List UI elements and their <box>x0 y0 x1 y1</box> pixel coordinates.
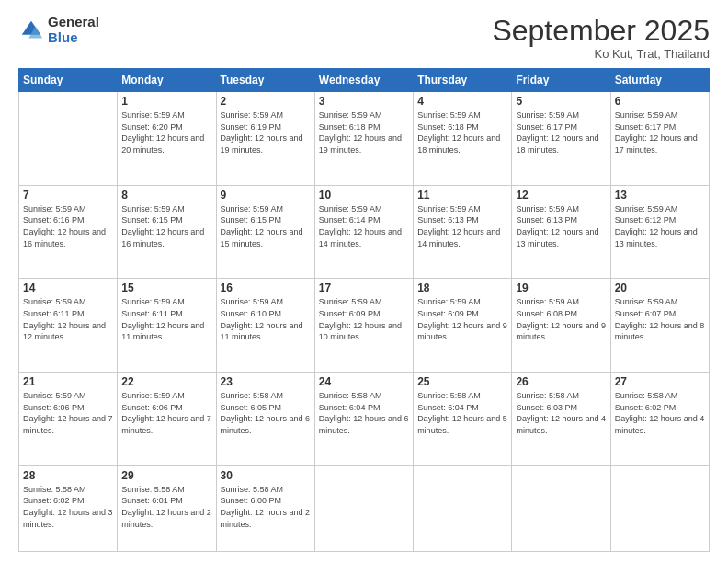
day-number: 7 <box>23 189 113 201</box>
calendar-day-cell: 28Sunrise: 5:58 AM Sunset: 6:02 PM Dayli… <box>19 465 118 551</box>
calendar-day-cell: 26Sunrise: 5:58 AM Sunset: 6:03 PM Dayli… <box>512 373 610 466</box>
day-number: 6 <box>615 95 705 108</box>
calendar-day-cell: 16Sunrise: 5:59 AM Sunset: 6:10 PM Dayli… <box>216 279 314 373</box>
calendar-day-cell: 1Sunrise: 5:59 AM Sunset: 6:20 PM Daylig… <box>118 92 216 186</box>
logo: General Blue <box>18 15 99 45</box>
calendar-week-row: 7Sunrise: 5:59 AM Sunset: 6:16 PM Daylig… <box>19 185 710 279</box>
weekday-header-row: Sunday Monday Tuesday Wednesday Thursday… <box>19 69 710 92</box>
header-wednesday: Wednesday <box>314 69 413 92</box>
calendar-week-row: 28Sunrise: 5:58 AM Sunset: 6:02 PM Dayli… <box>19 465 710 551</box>
header-monday: Monday <box>118 69 216 92</box>
calendar-day-cell: 2Sunrise: 5:59 AM Sunset: 6:19 PM Daylig… <box>216 92 314 186</box>
day-number: 18 <box>417 282 507 294</box>
day-number: 29 <box>121 469 211 482</box>
calendar-day-cell: 27Sunrise: 5:58 AM Sunset: 6:02 PM Dayli… <box>610 373 709 466</box>
calendar-day-cell: 15Sunrise: 5:59 AM Sunset: 6:11 PM Dayli… <box>118 279 216 373</box>
calendar-day-cell: 4Sunrise: 5:59 AM Sunset: 6:18 PM Daylig… <box>414 92 512 186</box>
day-info: Sunrise: 5:59 AM Sunset: 6:16 PM Dayligh… <box>23 203 113 249</box>
page: General Blue September 2025 Ko Kut, Trat… <box>0 0 728 563</box>
calendar-day-cell: 24Sunrise: 5:58 AM Sunset: 6:04 PM Dayli… <box>314 373 413 466</box>
calendar-day-cell: 17Sunrise: 5:59 AM Sunset: 6:09 PM Dayli… <box>314 279 413 373</box>
day-info: Sunrise: 5:59 AM Sunset: 6:20 PM Dayligh… <box>121 109 211 155</box>
calendar-day-cell <box>610 465 709 551</box>
logo-blue-text: Blue <box>48 30 99 46</box>
calendar-day-cell: 21Sunrise: 5:59 AM Sunset: 6:06 PM Dayli… <box>19 373 118 466</box>
calendar-table: Sunday Monday Tuesday Wednesday Thursday… <box>18 68 710 552</box>
day-number: 9 <box>221 189 311 201</box>
title-area: September 2025 Ko Kut, Trat, Thailand <box>492 15 710 61</box>
day-info: Sunrise: 5:59 AM Sunset: 6:13 PM Dayligh… <box>516 203 606 249</box>
calendar-day-cell: 30Sunrise: 5:58 AM Sunset: 6:00 PM Dayli… <box>216 465 314 551</box>
day-number: 21 <box>23 375 113 388</box>
day-info: Sunrise: 5:58 AM Sunset: 6:02 PM Dayligh… <box>615 390 705 436</box>
calendar-day-cell <box>512 465 610 551</box>
day-info: Sunrise: 5:59 AM Sunset: 6:09 PM Dayligh… <box>417 296 507 342</box>
day-number: 30 <box>221 469 311 482</box>
day-number: 23 <box>221 375 311 388</box>
logo-general-text: General <box>48 15 99 30</box>
day-number: 3 <box>319 95 409 108</box>
day-number: 25 <box>417 375 507 388</box>
calendar-week-row: 14Sunrise: 5:59 AM Sunset: 6:11 PM Dayli… <box>19 279 710 373</box>
calendar-day-cell <box>414 465 512 551</box>
calendar-day-cell: 29Sunrise: 5:58 AM Sunset: 6:01 PM Dayli… <box>118 465 216 551</box>
day-info: Sunrise: 5:59 AM Sunset: 6:17 PM Dayligh… <box>516 109 606 155</box>
month-title: September 2025 <box>492 15 710 47</box>
header-friday: Friday <box>512 69 610 92</box>
day-info: Sunrise: 5:59 AM Sunset: 6:07 PM Dayligh… <box>615 296 705 342</box>
day-info: Sunrise: 5:59 AM Sunset: 6:06 PM Dayligh… <box>23 390 113 436</box>
day-info: Sunrise: 5:59 AM Sunset: 6:15 PM Dayligh… <box>121 203 211 249</box>
day-number: 12 <box>516 189 606 201</box>
day-info: Sunrise: 5:59 AM Sunset: 6:06 PM Dayligh… <box>121 390 211 436</box>
day-info: Sunrise: 5:58 AM Sunset: 6:04 PM Dayligh… <box>319 390 409 436</box>
calendar-day-cell: 22Sunrise: 5:59 AM Sunset: 6:06 PM Dayli… <box>118 373 216 466</box>
day-number: 17 <box>319 282 409 294</box>
calendar-day-cell: 3Sunrise: 5:59 AM Sunset: 6:18 PM Daylig… <box>314 92 413 186</box>
header-saturday: Saturday <box>610 69 709 92</box>
day-number: 15 <box>121 282 211 294</box>
day-number: 10 <box>319 189 409 201</box>
day-info: Sunrise: 5:59 AM Sunset: 6:19 PM Dayligh… <box>221 109 311 155</box>
calendar-day-cell: 13Sunrise: 5:59 AM Sunset: 6:12 PM Dayli… <box>610 185 709 279</box>
day-number: 13 <box>615 189 705 201</box>
header-tuesday: Tuesday <box>216 69 314 92</box>
calendar-week-row: 1Sunrise: 5:59 AM Sunset: 6:20 PM Daylig… <box>19 92 710 186</box>
day-number: 14 <box>23 282 113 294</box>
calendar-day-cell: 5Sunrise: 5:59 AM Sunset: 6:17 PM Daylig… <box>512 92 610 186</box>
day-info: Sunrise: 5:59 AM Sunset: 6:15 PM Dayligh… <box>221 203 311 249</box>
day-number: 27 <box>615 375 705 388</box>
day-info: Sunrise: 5:58 AM Sunset: 6:00 PM Dayligh… <box>221 484 311 530</box>
calendar-day-cell: 8Sunrise: 5:59 AM Sunset: 6:15 PM Daylig… <box>118 185 216 279</box>
calendar-day-cell: 25Sunrise: 5:58 AM Sunset: 6:04 PM Dayli… <box>414 373 512 466</box>
calendar-day-cell: 9Sunrise: 5:59 AM Sunset: 6:15 PM Daylig… <box>216 185 314 279</box>
day-number: 22 <box>121 375 211 388</box>
day-number: 4 <box>417 95 507 108</box>
day-info: Sunrise: 5:58 AM Sunset: 6:03 PM Dayligh… <box>516 390 606 436</box>
day-number: 28 <box>23 469 113 482</box>
calendar-day-cell: 11Sunrise: 5:59 AM Sunset: 6:13 PM Dayli… <box>414 185 512 279</box>
day-info: Sunrise: 5:59 AM Sunset: 6:12 PM Dayligh… <box>615 203 705 249</box>
day-number: 8 <box>121 189 211 201</box>
calendar-day-cell: 20Sunrise: 5:59 AM Sunset: 6:07 PM Dayli… <box>610 279 709 373</box>
day-number: 16 <box>221 282 311 294</box>
logo-icon <box>18 17 44 43</box>
day-info: Sunrise: 5:58 AM Sunset: 6:05 PM Dayligh… <box>221 390 311 436</box>
day-number: 19 <box>516 282 606 294</box>
day-info: Sunrise: 5:59 AM Sunset: 6:13 PM Dayligh… <box>417 203 507 249</box>
day-info: Sunrise: 5:58 AM Sunset: 6:02 PM Dayligh… <box>23 484 113 530</box>
calendar-day-cell: 7Sunrise: 5:59 AM Sunset: 6:16 PM Daylig… <box>19 185 118 279</box>
day-info: Sunrise: 5:59 AM Sunset: 6:18 PM Dayligh… <box>319 109 409 155</box>
day-info: Sunrise: 5:59 AM Sunset: 6:18 PM Dayligh… <box>417 109 507 155</box>
day-info: Sunrise: 5:58 AM Sunset: 6:04 PM Dayligh… <box>417 390 507 436</box>
header: General Blue September 2025 Ko Kut, Trat… <box>18 15 710 61</box>
day-number: 1 <box>121 95 211 108</box>
day-info: Sunrise: 5:59 AM Sunset: 6:08 PM Dayligh… <box>516 296 606 342</box>
calendar-day-cell: 18Sunrise: 5:59 AM Sunset: 6:09 PM Dayli… <box>414 279 512 373</box>
calendar-day-cell: 14Sunrise: 5:59 AM Sunset: 6:11 PM Dayli… <box>19 279 118 373</box>
day-number: 5 <box>516 95 606 108</box>
day-number: 24 <box>319 375 409 388</box>
calendar-week-row: 21Sunrise: 5:59 AM Sunset: 6:06 PM Dayli… <box>19 373 710 466</box>
header-thursday: Thursday <box>414 69 512 92</box>
day-info: Sunrise: 5:59 AM Sunset: 6:11 PM Dayligh… <box>23 296 113 342</box>
day-info: Sunrise: 5:58 AM Sunset: 6:01 PM Dayligh… <box>121 484 211 530</box>
